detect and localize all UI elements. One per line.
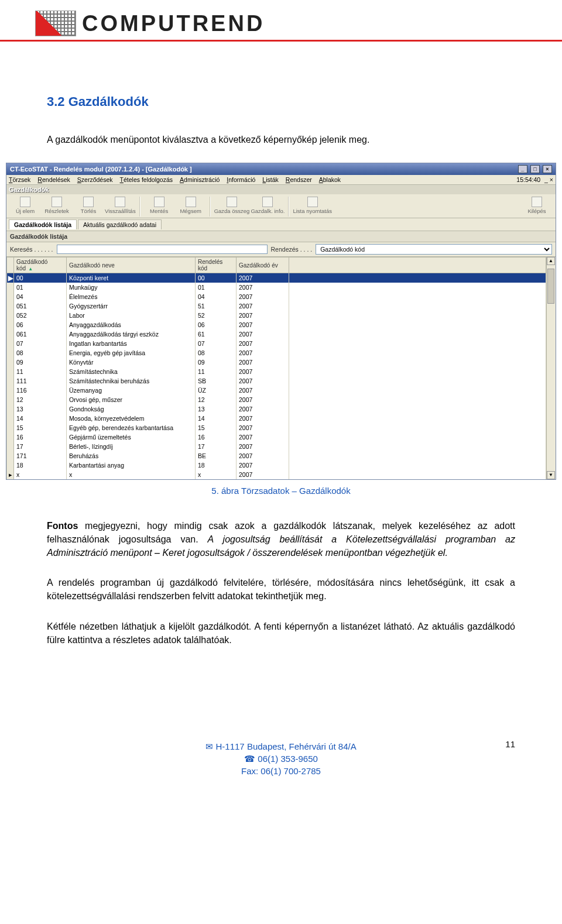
menu-rendelések[interactable]: Rendelések [37,176,70,183]
cell-rkod: 07 [196,339,237,348]
cell-rkod: 12 [196,395,237,404]
toolbar-gazda-sszeg[interactable]: Gazda összeg [214,197,250,217]
menu-ablakok[interactable]: Ablakok [319,176,341,183]
table-row[interactable]: 17Bérleti-, lízingdíj172007 [7,442,546,451]
toolbar-label: Gazda összeg [214,208,250,214]
scroll-up-button[interactable]: ▲ [547,257,555,265]
table-row[interactable]: 01Munkaügy012007 [7,283,546,292]
table-row[interactable]: 11Számítástechnika112007 [7,367,546,376]
table-row[interactable]: 13Gondnokság132007 [7,404,546,414]
menu-törzsek[interactable]: Törzsek [9,176,30,183]
toolbar-vissza-ll-t-s[interactable]: Visszaállítás [105,197,136,217]
inner-minimize-button[interactable]: _ [544,176,548,183]
table-row[interactable]: 061Anyaggazdálkodás tárgyi eszköz612007 [7,329,546,339]
panel-header: Gazdálkodók listája [6,231,556,242]
cell-kod: 17 [14,442,67,451]
table-row[interactable]: 116ÜzemanyagÜZ2007 [7,386,546,395]
cell-nev: Gondnokság [67,404,196,414]
table-row[interactable]: 15Egyéb gép, berendezés karbantartása152… [7,423,546,432]
inner-close-button[interactable]: × [550,176,553,183]
table-row[interactable]: 16Gépjármű üzemeltetés162007 [7,432,546,442]
column-header[interactable]: Gazdálkodó év [237,257,289,273]
menu-tételes feldolgozás[interactable]: Tételes feldolgozás [120,176,173,183]
toolbar-icon [115,197,125,207]
toolbar-icon [52,197,62,207]
column-header[interactable]: Gazdálkodó neve [67,257,196,273]
table-row[interactable]: 171BeruházásBE2007 [7,451,546,461]
table-row[interactable]: 051Gyógyszertárr512007 [7,301,546,311]
maximize-button[interactable]: □ [530,165,540,173]
cell-rkod: ÜZ [196,386,237,395]
column-header[interactable]: Gazdálkodó kód▲ [14,257,67,273]
cell-rkod: 18 [196,461,237,470]
table-row[interactable]: ▸xxx2007 [7,470,546,479]
table-row[interactable]: 111Számítástechnikai beruházásSB2007 [7,376,546,386]
toolbar-label: Mégsem [180,208,201,214]
cell-nev: Energia, egyéb gép javítása [67,348,196,358]
table-row[interactable]: 09Könyvtár092007 [7,358,546,367]
cell-rkod: 52 [196,311,237,320]
cell-kod: 08 [14,348,67,358]
cell-nev: Beruházás [67,451,196,461]
subtabs: Gazdálkodók listájaAktuális gazdálkodó a… [6,218,556,231]
menu-rendszer[interactable]: Rendszer [286,176,312,183]
subtab-1[interactable]: Aktuális gazdálkodó adatai [78,219,162,229]
cell-ev: 2007 [237,329,289,339]
menu-szerződések[interactable]: Szerződések [77,176,113,183]
toolbar-m-gsem[interactable]: Mégsem [176,197,206,217]
minimize-button[interactable]: _ [518,165,527,173]
table-row[interactable]: 08Energia, egyéb gép javítása082007 [7,348,546,358]
cell-kod: 116 [14,386,67,395]
table-row[interactable]: 07Ingatlan karbantartás072007 [7,339,546,348]
close-button[interactable]: × [543,165,552,173]
cell-kod: 111 [14,376,67,386]
cell-nev: Élelmezés [67,292,196,301]
toolbar-gazdalk-info-[interactable]: Gazdalk. info. [251,197,285,217]
cell-ev: 2007 [237,273,289,283]
intro-paragraph: A gazdálkodók menüpontot kiválasztva a k… [47,133,515,146]
scroll-down-button[interactable]: ▼ [547,471,555,479]
table-row[interactable]: 06Anyaggazdálkodás062007 [7,320,546,329]
search-input[interactable] [57,245,268,254]
cell-kod: 12 [14,395,67,404]
paragraph-2: A rendelés programban új gazdálkodó felv… [47,576,515,603]
cell-rkod: 16 [196,432,237,442]
cell-ev: 2007 [237,451,289,461]
column-header[interactable]: Rendelés kód [196,257,237,273]
cell-kod: 07 [14,339,67,348]
toolbar-r-szletek[interactable]: Részletek [42,197,72,217]
cell-ev: 2007 [237,301,289,311]
toolbar-t-rl-s[interactable]: Törlés [73,197,104,217]
toolbar-label: Visszaállítás [105,208,136,214]
grid-scrollbar[interactable]: ▲ ▼ [546,257,556,479]
sort-select[interactable]: Gazdálkodó kód [316,244,552,255]
table-row[interactable]: 052Labor522007 [7,311,546,320]
window-title: CT-EcoSTAT - Rendelés modul (2007.1.2.4)… [10,166,192,173]
grid-body: ▶00Központi keret002007 01Munkaügy012007… [7,273,546,479]
table-row[interactable]: 12Orvosi gép, műszer122007 [7,395,546,404]
app-screenshot: CT-EcoSTAT - Rendelés modul (2007.1.2.4)… [6,163,556,480]
module-tab[interactable]: Gazdálkodók [6,185,556,194]
cell-rkod: 51 [196,301,237,311]
toolbar-label: Részletek [44,208,69,214]
cell-ev: 2007 [237,414,289,423]
subtab-0[interactable]: Gazdálkodók listája [9,219,77,229]
toolbar-label: Lista nyomtatás [293,208,332,214]
cell-kod: 052 [14,311,67,320]
table-row[interactable]: 14Mosoda, környezetvédelem142007 [7,414,546,423]
toolbar--j-elem[interactable]: Új elem [10,197,40,217]
toolbar-ment-s[interactable]: Mentés [144,197,174,217]
toolbar-lista-nyomtat-s[interactable]: Lista nyomtatás [293,197,332,217]
toolbar-label: Kilépés [527,208,546,214]
cell-kod: 06 [14,320,67,329]
table-row[interactable]: 18Karbantartási anyag182007 [7,461,546,470]
menu-adminisztráció[interactable]: Adminisztráció [180,176,220,183]
table-row[interactable]: 04Élelmezés042007 [7,292,546,301]
toolbar-kil-p-s[interactable]: Kilépés [522,197,552,217]
data-grid[interactable]: Gazdálkodó kód▲Gazdálkodó neveRendelés k… [6,257,546,479]
menu-információ[interactable]: Információ [227,176,255,183]
scroll-thumb[interactable] [547,269,554,304]
cell-rkod: 61 [196,329,237,339]
menu-listák[interactable]: Listák [262,176,278,183]
table-row[interactable]: ▶00Központi keret002007 [7,273,546,283]
